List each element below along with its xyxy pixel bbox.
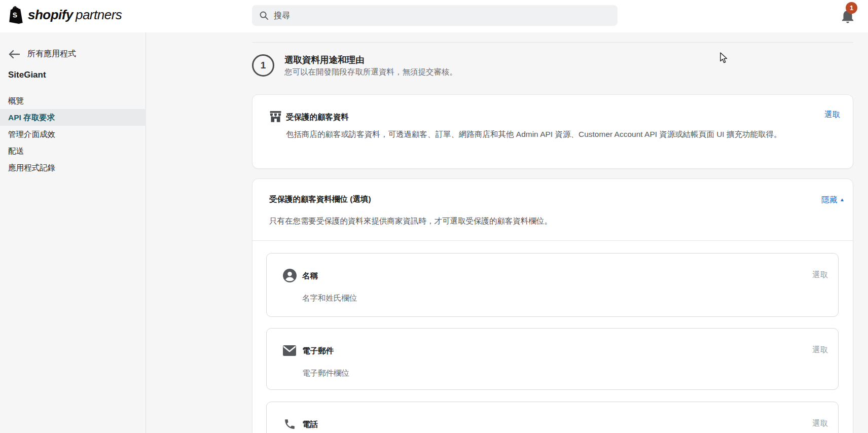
sidebar: 所有應用程式 SiteGiant 概覽 API 存取要求 管理介面成效 配送 應… [0, 32, 146, 433]
sidebar-item-admin-performance[interactable]: 管理介面成效 [0, 126, 146, 142]
fields-card-title: 受保護的顧客資料欄位 (選填) [269, 194, 371, 205]
logo-wordmark: shopifypartners [28, 7, 122, 23]
field-card-email: 電子郵件 選取 電子郵件欄位 [266, 328, 839, 390]
mouse-cursor [720, 52, 728, 63]
field-card-phone: 電話 選取 [266, 402, 839, 433]
shopify-bag-icon: S [8, 6, 24, 24]
storefront-icon [269, 110, 282, 123]
step-subtitle: 您可以在開發階段存取所選資料，無須提交審核。 [284, 67, 457, 78]
sidebar-item-api-access-requests[interactable]: API 存取要求 [0, 109, 146, 126]
step-number: 1 [261, 60, 266, 71]
protected-data-fields-card: 受保護的顧客資料欄位 (選填) 隱藏▲ 只有在您需要受保護的資料來提供商家資訊時… [252, 178, 853, 433]
protected-customer-data-card: 受保護的顧客資料 選取 包括商店的顧客或訪客資料，可透過顧客、訂單、網路商店和其… [252, 94, 853, 169]
field-name-description: 名字和姓氏欄位 [302, 293, 357, 304]
search-icon [259, 11, 269, 20]
svg-text:S: S [12, 11, 17, 19]
sidebar-item-app-logs[interactable]: 應用程式記錄 [0, 159, 146, 176]
logo-suffix-text: partners [76, 7, 122, 22]
protected-data-description: 包括商店的顧客或訪客資料，可透過顧客、訂單、網路商店和其他 Admin API … [286, 127, 836, 141]
field-name-select-link[interactable]: 選取 [812, 270, 828, 280]
field-phone-title: 電話 [302, 419, 318, 430]
field-name-title: 名稱 [302, 271, 318, 281]
sidebar-item-overview[interactable]: 概覽 [0, 92, 146, 109]
field-email-description: 電子郵件欄位 [302, 368, 349, 379]
search-bar[interactable] [252, 5, 618, 26]
logo-brand-text: shopify [28, 7, 73, 22]
fields-card-description: 只有在您需要受保護的資料來提供商家資訊時，才可選取受保護的顧客資料欄位。 [269, 214, 827, 228]
top-header: S shopifypartners 1 [0, 0, 868, 32]
field-card-name: 名稱 選取 名字和姓氏欄位 [266, 253, 839, 317]
section-divider [252, 42, 853, 43]
page: S shopifypartners 1 所有應用程式 SiteG [0, 0, 868, 433]
phone-icon [283, 418, 296, 430]
fields-card-divider [252, 240, 853, 241]
shopify-partners-logo[interactable]: S shopifypartners [8, 6, 122, 24]
back-link-label: 所有應用程式 [27, 49, 76, 59]
hide-toggle-link[interactable]: 隱藏▲ [821, 195, 845, 205]
protected-data-select-link[interactable]: 選取 [824, 110, 840, 120]
app-name-heading: SiteGiant [8, 70, 46, 80]
field-phone-select-link[interactable]: 選取 [812, 418, 828, 429]
search-input[interactable] [274, 11, 610, 20]
notification-count-badge[interactable]: 1 [846, 2, 857, 14]
email-icon [282, 345, 297, 356]
chevron-up-icon: ▲ [840, 197, 845, 202]
hide-toggle-label[interactable]: 隱藏 [821, 195, 837, 204]
person-icon [282, 268, 297, 283]
step-number-badge: 1 [252, 54, 274, 77]
back-arrow-icon [8, 50, 20, 59]
protected-data-title: 受保護的顧客資料 [286, 112, 349, 123]
step-title: 選取資料用途和理由 [284, 54, 365, 66]
sidebar-item-shipping[interactable]: 配送 [0, 142, 146, 159]
field-email-select-link[interactable]: 選取 [812, 345, 828, 355]
field-email-title: 電子郵件 [302, 346, 334, 356]
back-to-all-apps-link[interactable]: 所有應用程式 [8, 49, 76, 59]
